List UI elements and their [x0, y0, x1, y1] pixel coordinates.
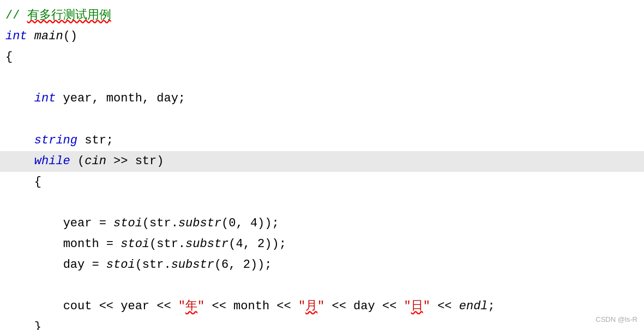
line-string-decl: string str;: [0, 130, 644, 151]
line-brace-open1: {: [0, 47, 644, 68]
line-blank3: [0, 193, 644, 213]
line-month-assign: month = stoi(str.substr(4, 2));: [0, 234, 644, 255]
line-comment: // 有多行测试用例: [0, 5, 644, 26]
line-year-assign: year = stoi(str.substr(0, 4));: [0, 213, 644, 234]
while-keyword: while: [34, 154, 70, 168]
watermark: CSDN @ls-R: [595, 314, 637, 326]
line-int-decl: int year, month, day;: [0, 88, 644, 109]
line-while: while (cin >> str): [0, 151, 644, 172]
line-main-decl: int main(): [0, 26, 644, 47]
string-keyword: string: [34, 134, 77, 147]
line-brace-close2: }: [0, 317, 644, 330]
code-editor: // 有多行测试用例 int main() { int year, month,…: [0, 0, 644, 330]
int-keyword: int: [5, 29, 27, 43]
line-blank2: [0, 109, 644, 130]
line-brace-open2: {: [0, 172, 644, 193]
line-cout: cout << year << "年" << month << "月" << d…: [0, 296, 644, 317]
line-blank1: [0, 68, 644, 88]
line-day-assign: day = stoi(str.substr(6, 2));: [0, 255, 644, 275]
line-blank4: [0, 275, 644, 296]
comment-text: // 有多行测试用例: [5, 9, 111, 22]
main-fn: main: [34, 29, 63, 43]
int-keyword2: int: [34, 92, 56, 105]
